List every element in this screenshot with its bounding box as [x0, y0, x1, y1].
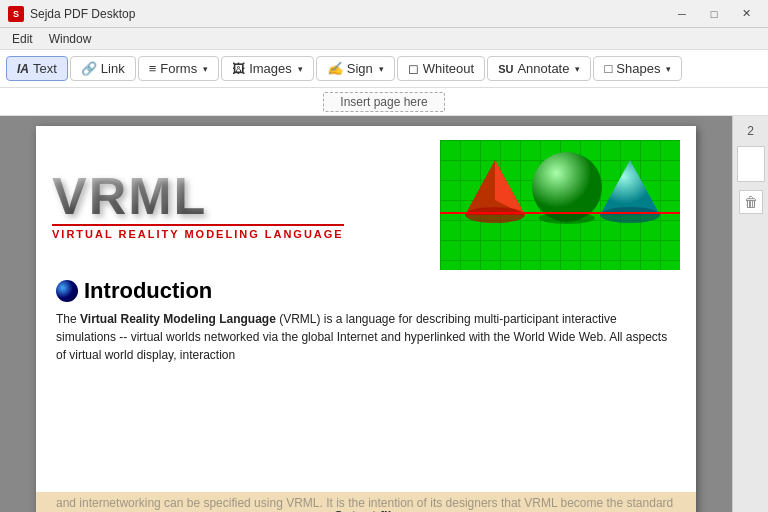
toolbar: IA Text 🔗 Link ≡ Forms ▾ 🖼 Images ▾ ✍ Si… [0, 50, 768, 88]
cyan-cone [595, 155, 665, 225]
menu-window[interactable]: Window [41, 30, 100, 48]
sign-arrow: ▾ [379, 64, 384, 74]
toolbar-forms-button[interactable]: ≡ Forms ▾ [138, 56, 219, 81]
page-container: VRML VIRTUAL REALITY MODELING LANGUAGE [0, 116, 732, 512]
output-overlay: and internetworking can be specified usi… [36, 492, 696, 512]
images-label: Images [249, 61, 292, 76]
sign-label: Sign [347, 61, 373, 76]
window-controls: ─ □ ✕ [668, 4, 760, 24]
menu-edit[interactable]: Edit [4, 30, 41, 48]
green-sphere [530, 150, 605, 225]
intro-heading: Introduction [56, 278, 676, 304]
intro-paragraph-1: The Virtual Reality Modeling Language (V… [56, 310, 676, 364]
vrml-logo: VRML VIRTUAL REALITY MODELING LANGUAGE [52, 170, 344, 240]
insert-page-button[interactable]: Insert page here [323, 92, 444, 112]
images-arrow: ▾ [298, 64, 303, 74]
right-panel: 2 🗑 [732, 116, 768, 512]
text-label: Text [33, 61, 57, 76]
toolbar-annotate-button[interactable]: SU Annotate ▾ [487, 56, 591, 81]
vrml-subtitle: VIRTUAL REALITY MODELING LANGUAGE [52, 224, 344, 240]
forms-label: Forms [160, 61, 197, 76]
app-title: Sejda PDF Desktop [30, 7, 135, 21]
app-icon: S [8, 6, 24, 22]
annotate-arrow: ▾ [575, 64, 580, 74]
main-area: VRML VIRTUAL REALITY MODELING LANGUAGE [0, 116, 768, 512]
whiteout-label: Whiteout [423, 61, 474, 76]
toolbar-link-button[interactable]: 🔗 Link [70, 56, 136, 81]
link-label: Link [101, 61, 125, 76]
pdf-page: VRML VIRTUAL REALITY MODELING LANGUAGE [36, 126, 696, 512]
link-icon: 🔗 [81, 61, 97, 76]
text-icon: IA [17, 62, 29, 76]
vrml-3d-image [440, 140, 680, 270]
maximize-button[interactable]: □ [700, 4, 728, 24]
insert-bar: Insert page here [0, 88, 768, 116]
toolbar-sign-button[interactable]: ✍ Sign ▾ [316, 56, 395, 81]
svg-point-4 [539, 212, 595, 224]
toolbar-shapes-button[interactable]: □ Shapes ▾ [593, 56, 682, 81]
forms-icon: ≡ [149, 61, 157, 76]
trash-icon: 🗑 [744, 194, 758, 210]
svg-point-6 [600, 207, 660, 223]
delete-page-button[interactable]: 🗑 [739, 190, 763, 214]
svg-marker-5 [600, 160, 660, 215]
forms-arrow: ▾ [203, 64, 208, 74]
annotate-label: Annotate [517, 61, 569, 76]
shapes-arrow: ▾ [666, 64, 671, 74]
vrml-droplet-icon [56, 280, 78, 302]
toolbar-whiteout-button[interactable]: ◻ Whiteout [397, 56, 485, 81]
intro-section: Introduction The Virtual Reality Modelin… [36, 270, 696, 364]
vrml-title: VRML [52, 170, 344, 222]
title-bar: S Sejda PDF Desktop ─ □ ✕ [0, 0, 768, 28]
intro-heading-text: Introduction [84, 278, 212, 304]
page-number: 2 [747, 124, 754, 138]
vrml-header: VRML VIRTUAL REALITY MODELING LANGUAGE [36, 126, 696, 270]
shapes-icon: □ [604, 61, 612, 76]
menu-bar: Edit Window [0, 28, 768, 50]
red-shape [460, 155, 530, 225]
images-icon: 🖼 [232, 61, 245, 76]
page-thumbnail[interactable] [737, 146, 765, 182]
whiteout-icon: ◻ [408, 61, 419, 76]
svg-point-2 [465, 207, 525, 223]
close-button[interactable]: ✕ [732, 4, 760, 24]
sign-icon: ✍ [327, 61, 343, 76]
annotate-icon: SU [498, 63, 513, 75]
shapes-label: Shapes [616, 61, 660, 76]
red-line [440, 212, 680, 214]
toolbar-images-button[interactable]: 🖼 Images ▾ [221, 56, 314, 81]
toolbar-text-button[interactable]: IA Text [6, 56, 68, 81]
output-file-label: Output file [334, 508, 399, 512]
minimize-button[interactable]: ─ [668, 4, 696, 24]
